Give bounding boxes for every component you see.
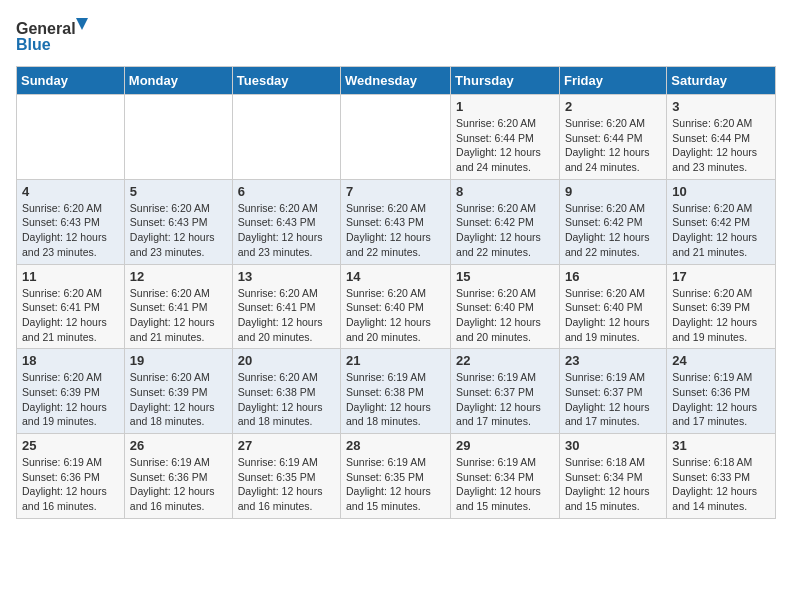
day-number: 29 [456,438,554,453]
day-number: 5 [130,184,227,199]
day-number: 21 [346,353,445,368]
svg-text:General: General [16,20,76,37]
day-number: 3 [672,99,770,114]
logo: GeneralBlue [16,16,96,56]
table-cell: 24Sunrise: 6:19 AM Sunset: 6:36 PM Dayli… [667,349,776,434]
logo-svg: GeneralBlue [16,16,96,56]
day-info: Sunrise: 6:20 AM Sunset: 6:42 PM Dayligh… [456,201,554,260]
day-info: Sunrise: 6:19 AM Sunset: 6:35 PM Dayligh… [238,455,335,514]
table-cell: 2Sunrise: 6:20 AM Sunset: 6:44 PM Daylig… [559,95,666,180]
day-number: 20 [238,353,335,368]
day-info: Sunrise: 6:20 AM Sunset: 6:39 PM Dayligh… [130,370,227,429]
day-info: Sunrise: 6:20 AM Sunset: 6:42 PM Dayligh… [672,201,770,260]
table-cell: 10Sunrise: 6:20 AM Sunset: 6:42 PM Dayli… [667,179,776,264]
calendar: SundayMondayTuesdayWednesdayThursdayFrid… [16,66,776,519]
day-info: Sunrise: 6:20 AM Sunset: 6:41 PM Dayligh… [238,286,335,345]
day-number: 24 [672,353,770,368]
day-number: 7 [346,184,445,199]
table-cell: 25Sunrise: 6:19 AM Sunset: 6:36 PM Dayli… [17,434,125,519]
table-cell: 3Sunrise: 6:20 AM Sunset: 6:44 PM Daylig… [667,95,776,180]
table-cell [124,95,232,180]
table-cell: 22Sunrise: 6:19 AM Sunset: 6:37 PM Dayli… [451,349,560,434]
day-info: Sunrise: 6:20 AM Sunset: 6:39 PM Dayligh… [22,370,119,429]
table-cell: 20Sunrise: 6:20 AM Sunset: 6:38 PM Dayli… [232,349,340,434]
day-number: 26 [130,438,227,453]
day-info: Sunrise: 6:20 AM Sunset: 6:43 PM Dayligh… [130,201,227,260]
day-info: Sunrise: 6:19 AM Sunset: 6:36 PM Dayligh… [22,455,119,514]
day-info: Sunrise: 6:20 AM Sunset: 6:41 PM Dayligh… [22,286,119,345]
table-cell: 29Sunrise: 6:19 AM Sunset: 6:34 PM Dayli… [451,434,560,519]
day-number: 15 [456,269,554,284]
day-number: 10 [672,184,770,199]
header-saturday: Saturday [667,67,776,95]
day-number: 18 [22,353,119,368]
header-friday: Friday [559,67,666,95]
day-info: Sunrise: 6:20 AM Sunset: 6:43 PM Dayligh… [346,201,445,260]
table-cell: 11Sunrise: 6:20 AM Sunset: 6:41 PM Dayli… [17,264,125,349]
table-cell: 9Sunrise: 6:20 AM Sunset: 6:42 PM Daylig… [559,179,666,264]
header-monday: Monday [124,67,232,95]
day-info: Sunrise: 6:19 AM Sunset: 6:36 PM Dayligh… [130,455,227,514]
day-info: Sunrise: 6:20 AM Sunset: 6:42 PM Dayligh… [565,201,661,260]
day-number: 28 [346,438,445,453]
day-number: 17 [672,269,770,284]
table-cell: 12Sunrise: 6:20 AM Sunset: 6:41 PM Dayli… [124,264,232,349]
day-info: Sunrise: 6:20 AM Sunset: 6:40 PM Dayligh… [565,286,661,345]
table-cell [17,95,125,180]
day-number: 22 [456,353,554,368]
table-cell: 28Sunrise: 6:19 AM Sunset: 6:35 PM Dayli… [341,434,451,519]
table-cell: 7Sunrise: 6:20 AM Sunset: 6:43 PM Daylig… [341,179,451,264]
day-info: Sunrise: 6:20 AM Sunset: 6:43 PM Dayligh… [238,201,335,260]
day-info: Sunrise: 6:20 AM Sunset: 6:40 PM Dayligh… [346,286,445,345]
day-info: Sunrise: 6:20 AM Sunset: 6:39 PM Dayligh… [672,286,770,345]
day-info: Sunrise: 6:19 AM Sunset: 6:37 PM Dayligh… [565,370,661,429]
table-cell: 6Sunrise: 6:20 AM Sunset: 6:43 PM Daylig… [232,179,340,264]
header-tuesday: Tuesday [232,67,340,95]
day-info: Sunrise: 6:20 AM Sunset: 6:44 PM Dayligh… [565,116,661,175]
day-number: 27 [238,438,335,453]
day-info: Sunrise: 6:20 AM Sunset: 6:38 PM Dayligh… [238,370,335,429]
day-number: 11 [22,269,119,284]
day-number: 4 [22,184,119,199]
table-cell: 23Sunrise: 6:19 AM Sunset: 6:37 PM Dayli… [559,349,666,434]
header-thursday: Thursday [451,67,560,95]
day-number: 2 [565,99,661,114]
week-row-5: 25Sunrise: 6:19 AM Sunset: 6:36 PM Dayli… [17,434,776,519]
day-number: 12 [130,269,227,284]
week-row-2: 4Sunrise: 6:20 AM Sunset: 6:43 PM Daylig… [17,179,776,264]
table-cell: 13Sunrise: 6:20 AM Sunset: 6:41 PM Dayli… [232,264,340,349]
header: GeneralBlue [16,16,776,56]
day-number: 9 [565,184,661,199]
day-number: 8 [456,184,554,199]
table-cell: 21Sunrise: 6:19 AM Sunset: 6:38 PM Dayli… [341,349,451,434]
table-cell: 17Sunrise: 6:20 AM Sunset: 6:39 PM Dayli… [667,264,776,349]
table-cell: 27Sunrise: 6:19 AM Sunset: 6:35 PM Dayli… [232,434,340,519]
table-cell: 16Sunrise: 6:20 AM Sunset: 6:40 PM Dayli… [559,264,666,349]
table-cell [232,95,340,180]
table-cell: 14Sunrise: 6:20 AM Sunset: 6:40 PM Dayli… [341,264,451,349]
day-number: 14 [346,269,445,284]
table-cell: 31Sunrise: 6:18 AM Sunset: 6:33 PM Dayli… [667,434,776,519]
table-cell: 18Sunrise: 6:20 AM Sunset: 6:39 PM Dayli… [17,349,125,434]
day-number: 31 [672,438,770,453]
table-cell [341,95,451,180]
header-wednesday: Wednesday [341,67,451,95]
header-row: SundayMondayTuesdayWednesdayThursdayFrid… [17,67,776,95]
table-cell: 19Sunrise: 6:20 AM Sunset: 6:39 PM Dayli… [124,349,232,434]
day-info: Sunrise: 6:20 AM Sunset: 6:44 PM Dayligh… [456,116,554,175]
table-cell: 26Sunrise: 6:19 AM Sunset: 6:36 PM Dayli… [124,434,232,519]
day-number: 16 [565,269,661,284]
table-cell: 5Sunrise: 6:20 AM Sunset: 6:43 PM Daylig… [124,179,232,264]
day-info: Sunrise: 6:20 AM Sunset: 6:43 PM Dayligh… [22,201,119,260]
calendar-header: SundayMondayTuesdayWednesdayThursdayFrid… [17,67,776,95]
table-cell: 8Sunrise: 6:20 AM Sunset: 6:42 PM Daylig… [451,179,560,264]
day-info: Sunrise: 6:19 AM Sunset: 6:35 PM Dayligh… [346,455,445,514]
table-cell: 4Sunrise: 6:20 AM Sunset: 6:43 PM Daylig… [17,179,125,264]
day-info: Sunrise: 6:19 AM Sunset: 6:34 PM Dayligh… [456,455,554,514]
day-info: Sunrise: 6:20 AM Sunset: 6:41 PM Dayligh… [130,286,227,345]
day-number: 1 [456,99,554,114]
day-number: 30 [565,438,661,453]
day-number: 25 [22,438,119,453]
day-info: Sunrise: 6:18 AM Sunset: 6:34 PM Dayligh… [565,455,661,514]
header-sunday: Sunday [17,67,125,95]
